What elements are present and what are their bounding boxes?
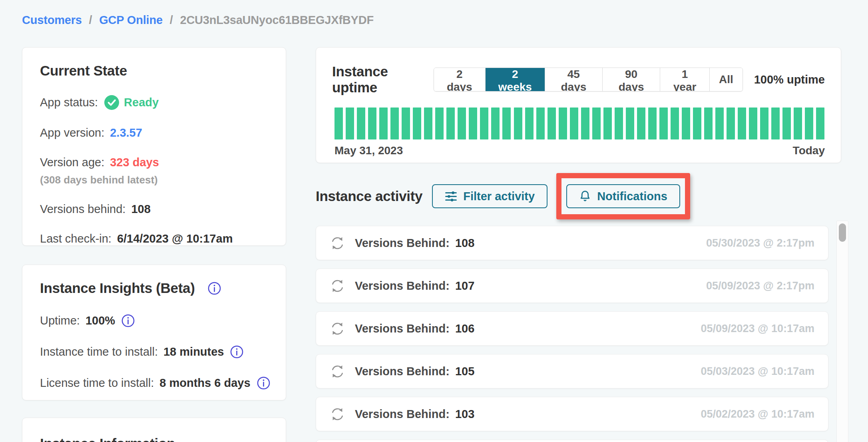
uptime-bar <box>390 108 399 139</box>
uptime-bar <box>480 108 488 139</box>
uptime-bar <box>760 108 768 139</box>
activity-value: 107 <box>455 279 474 293</box>
range-button-all[interactable]: All <box>709 68 743 91</box>
activity-label: Versions Behind: <box>355 237 450 250</box>
instance-activity-header: Instance activity Filter activity <box>316 172 841 221</box>
uptime-bar <box>671 108 679 139</box>
uptime-bar <box>738 108 746 139</box>
uptime-start-date: May 31, 2023 <box>334 144 403 157</box>
last-checkin-row: Last check-in: 6/14/2023 @ 10:17am <box>40 232 268 245</box>
refresh-icon <box>330 364 345 379</box>
uptime-bar <box>346 108 354 139</box>
uptime-bar <box>782 108 791 139</box>
instance-insights-title: Instance Insights (Beta) <box>40 280 195 296</box>
uptime-bar <box>446 108 455 139</box>
filter-activity-button[interactable]: Filter activity <box>432 184 547 208</box>
refresh-icon <box>330 406 345 422</box>
breadcrumb-link-app[interactable]: GCP Online <box>99 14 163 26</box>
notifications-button[interactable]: Notifications <box>566 184 680 208</box>
info-icon[interactable] <box>208 282 221 295</box>
info-icon[interactable] <box>121 314 135 327</box>
activity-row: Versions Behind: 106 05/09/2023 @ 10:17a… <box>316 311 828 346</box>
license-install-row: License time to install: 8 months 6 days <box>40 376 268 390</box>
activity-timestamp: 05/02/2023 @ 10:17am <box>701 408 814 420</box>
breadcrumb-separator: / <box>89 14 92 26</box>
uptime-bar <box>424 108 432 139</box>
app-status-value: Ready <box>124 96 159 109</box>
activity-timestamp: 05/30/2023 @ 2:17pm <box>706 237 814 249</box>
app-version-value[interactable]: 2.3.57 <box>110 126 142 139</box>
annotation-highlight-box: Notifications <box>556 173 690 219</box>
instance-install-value: 18 minutes <box>163 345 224 358</box>
current-state-card: Current State App status: Ready App vers… <box>22 47 286 246</box>
uptime-bar <box>570 108 578 139</box>
uptime-bar <box>536 108 545 139</box>
uptime-bar <box>491 108 500 139</box>
app-version-label: App version: <box>40 126 104 139</box>
activity-scrollbar-thumb[interactable] <box>839 223 846 242</box>
instance-activity-title: Instance activity <box>316 188 422 204</box>
instance-uptime-title: Instance uptime <box>332 64 434 96</box>
range-button-2-weeks[interactable]: 2 weeks <box>485 68 545 91</box>
uptime-bar <box>469 108 477 139</box>
uptime-bar <box>458 108 466 139</box>
uptime-bar <box>368 108 376 139</box>
range-button-1-year[interactable]: 1 year <box>660 68 709 91</box>
activity-scrollbar-track[interactable] <box>836 221 848 442</box>
uptime-range-group: 2 days2 weeks45 days90 days1 yearAll <box>434 68 743 92</box>
filter-activity-label: Filter activity <box>463 190 535 203</box>
uptime-bar <box>559 108 567 139</box>
activity-row: Versions Behind: 107 05/09/2023 @ 2:17pm <box>316 269 828 303</box>
range-button-2-days[interactable]: 2 days <box>434 68 486 91</box>
activity-row: Versions Behind: 108 05/30/2023 @ 2:17pm <box>316 226 828 260</box>
versions-behind-value: 108 <box>131 203 150 216</box>
activity-row-partial <box>316 440 828 442</box>
uptime-bar <box>402 108 410 139</box>
uptime-bar <box>334 108 343 139</box>
instance-uptime-card: Instance uptime 2 days2 weeks45 days90 d… <box>316 47 841 163</box>
uptime-bar <box>581 108 589 139</box>
activity-label: Versions Behind: <box>355 365 450 378</box>
breadcrumb-link-customers[interactable]: Customers <box>22 14 82 26</box>
activity-value: 105 <box>455 365 474 378</box>
range-button-45-days[interactable]: 45 days <box>545 68 602 91</box>
instance-insights-card: Instance Insights (Beta) Uptime: 100% In… <box>22 265 286 400</box>
activity-label: Versions Behind: <box>355 408 450 421</box>
activity-value: 103 <box>455 408 474 421</box>
versions-behind-row: Versions behind: 108 <box>40 203 268 216</box>
last-checkin-value: 6/14/2023 @ 10:17am <box>117 232 233 245</box>
uptime-bar <box>413 108 421 139</box>
uptime-bar <box>682 108 690 139</box>
uptime-bar <box>659 108 668 139</box>
activity-row: Versions Behind: 105 05/03/2023 @ 10:17a… <box>316 354 828 388</box>
activity-label: Versions Behind: <box>355 279 450 293</box>
uptime-bar <box>435 108 444 139</box>
uptime-bar <box>547 108 556 139</box>
uptime-value: 100% <box>86 314 115 327</box>
activity-value: 108 <box>455 237 474 250</box>
license-install-label: License time to install: <box>40 376 154 390</box>
activity-row: Versions Behind: 103 05/02/2023 @ 10:17a… <box>316 397 828 431</box>
refresh-icon <box>330 235 345 251</box>
breadcrumb-separator: / <box>170 14 173 26</box>
uptime-bar <box>615 108 623 139</box>
activity-value: 106 <box>455 322 474 335</box>
breadcrumb: Customers / GCP Online / 2CU3nL3saUNyoc6… <box>22 14 374 27</box>
range-button-90-days[interactable]: 90 days <box>602 68 660 91</box>
instance-information-title: Instance Information <box>40 436 268 442</box>
uptime-bar <box>749 108 757 139</box>
uptime-bar <box>648 108 657 139</box>
versions-behind-label: Versions behind: <box>40 203 125 216</box>
breadcrumb-instance-id: 2CU3nL3saUNyoc61BBEGJXfBYDF <box>180 14 374 26</box>
app-status-label: App status: <box>40 96 98 109</box>
uptime-bar <box>771 108 780 139</box>
bell-icon <box>579 190 591 203</box>
version-age-label: Version age: <box>40 156 104 169</box>
info-icon[interactable] <box>257 376 270 390</box>
instance-information-card: Instance Information <box>22 418 286 442</box>
activity-timestamp: 05/09/2023 @ 2:17pm <box>706 280 814 292</box>
version-age-row: Version age: 323 days <box>40 156 268 169</box>
info-icon[interactable] <box>230 345 243 358</box>
uptime-bar <box>357 108 365 139</box>
activity-label: Versions Behind: <box>355 322 450 335</box>
